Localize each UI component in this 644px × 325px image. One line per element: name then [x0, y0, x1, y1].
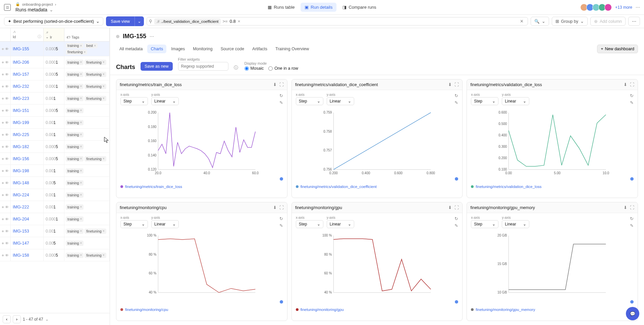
- remove-tag-icon[interactable]: ×: [80, 72, 82, 76]
- tab-monitoring[interactable]: Monitoring: [190, 45, 216, 53]
- reset-icon[interactable]: ↻: [630, 216, 634, 221]
- tag-chip[interactable]: training ×: [66, 156, 84, 161]
- tag-chip[interactable]: training ×: [66, 132, 84, 137]
- remove-tag-icon[interactable]: ×: [103, 96, 105, 100]
- edit-icon[interactable]: ✎: [454, 100, 458, 105]
- display-mode-mosaic[interactable]: Mosaic: [245, 66, 264, 71]
- range-slider-handle[interactable]: [630, 300, 634, 304]
- table-row[interactable]: ● 👁IMG-1580.0005training ×finetuning ×: [0, 249, 110, 261]
- remove-tag-icon[interactable]: ×: [80, 229, 82, 233]
- download-icon[interactable]: ⬇: [624, 82, 627, 87]
- app-logo[interactable]: ◫: [4, 4, 11, 11]
- nav-run-details[interactable]: ▣ Run details: [301, 3, 336, 12]
- tag-chip[interactable]: finetuning ×: [66, 49, 87, 55]
- eye-off-icon[interactable]: 👁: [5, 145, 9, 149]
- tag-chip[interactable]: training ×: [66, 43, 84, 48]
- remove-tag-icon[interactable]: ×: [84, 50, 86, 54]
- clear-all-filters-icon[interactable]: ✕: [518, 18, 526, 24]
- tab-training-overview[interactable]: Training Overview: [272, 45, 312, 53]
- range-slider-handle[interactable]: [630, 177, 634, 181]
- x-axis-select[interactable]: Step⌄: [471, 97, 498, 105]
- chart-plot[interactable]: 40 %60 %80 %100 %: [116, 231, 287, 306]
- tab-all-metadata[interactable]: All metadata: [116, 45, 146, 53]
- table-row[interactable]: ● 👁IMG-2060.0001training ×finetuning ×: [0, 56, 110, 68]
- collaborators[interactable]: +13 more: [583, 4, 632, 11]
- download-icon[interactable]: ⬇: [273, 205, 277, 210]
- tag-chip[interactable]: training ×: [66, 180, 84, 186]
- table-row[interactable]: ● 👁IMG-1510.0005training ×: [0, 105, 110, 117]
- save-view-button[interactable]: Save view: [106, 16, 135, 26]
- expand-icon[interactable]: ⛶: [630, 82, 634, 87]
- tag-chip[interactable]: training ×: [66, 84, 84, 89]
- tag-chip[interactable]: training ×: [66, 241, 84, 246]
- remove-tag-icon[interactable]: ×: [80, 44, 82, 48]
- table-row[interactable]: ● 👁IMG-1470.005training ×: [0, 237, 110, 249]
- eye-off-icon[interactable]: 👁: [5, 241, 9, 245]
- eye-off-icon[interactable]: 👁: [5, 60, 9, 64]
- download-icon[interactable]: ⬇: [448, 205, 452, 210]
- tag-chip[interactable]: best ×: [85, 43, 98, 48]
- prev-page-button[interactable]: ‹: [3, 315, 11, 323]
- run-link[interactable]: IMG-182: [13, 144, 29, 149]
- tag-chip[interactable]: training ×: [66, 144, 84, 149]
- expand-icon[interactable]: ⛶: [279, 82, 284, 87]
- tag-chip[interactable]: training ×: [66, 108, 84, 113]
- nav-compare-runs[interactable]: ◨ Compare runs: [338, 3, 380, 12]
- table-row[interactable]: ● 👁IMG-1820.0005training ×: [0, 141, 110, 153]
- chevron-down-icon[interactable]: ⌄: [49, 7, 53, 12]
- range-slider-handle[interactable]: [280, 300, 283, 304]
- remove-tag-icon[interactable]: ×: [103, 84, 105, 88]
- table-row[interactable]: ● 👁IMG-2230.001training ×finetuning ×: [0, 92, 110, 105]
- next-page-button[interactable]: ›: [13, 315, 21, 323]
- remove-tag-icon[interactable]: ×: [80, 133, 82, 136]
- remove-tag-icon[interactable]: ×: [103, 72, 105, 76]
- tag-chip[interactable]: finetuning ×: [85, 72, 106, 77]
- reset-icon[interactable]: ↻: [279, 93, 283, 98]
- run-link[interactable]: IMG-158: [13, 253, 29, 258]
- display-mode-row[interactable]: One in a row: [268, 66, 298, 71]
- expand-icon[interactable]: ⛶: [454, 82, 459, 87]
- run-link[interactable]: IMG-155: [13, 47, 29, 51]
- y-axis-select[interactable]: Linear⌄: [151, 220, 179, 228]
- tag-chip[interactable]: training ×: [66, 120, 84, 125]
- remove-tag-icon[interactable]: ×: [103, 157, 105, 160]
- legend-label[interactable]: finetuning/metrics/validation_dice_loss: [476, 185, 541, 189]
- edit-icon[interactable]: ✎: [454, 223, 458, 228]
- table-row[interactable]: ● 👁IMG-1980.001training ×: [0, 165, 110, 177]
- remove-tag-icon[interactable]: ×: [80, 145, 82, 148]
- y-axis-select[interactable]: Linear⌄: [327, 220, 354, 228]
- tag-chip[interactable]: finetuning ×: [85, 96, 106, 101]
- run-link[interactable]: IMG-199: [13, 120, 29, 125]
- run-link[interactable]: IMG-157: [13, 72, 29, 77]
- tab-artifacts[interactable]: Artifacts: [249, 45, 271, 53]
- run-link[interactable]: IMG-206: [13, 60, 29, 65]
- table-row[interactable]: ● 👁IMG-2220.001training ×: [0, 201, 110, 213]
- table-row[interactable]: ● 👁IMG-1560.0005training ×finetuning ×: [0, 153, 110, 165]
- charts-grid[interactable]: finetuning/metrics/train_dice_loss⬇⛶x-ax…: [110, 75, 644, 325]
- run-link[interactable]: IMG-232: [13, 84, 29, 89]
- range-slider-handle[interactable]: [455, 300, 458, 304]
- run-link[interactable]: IMG-222: [13, 205, 29, 209]
- y-axis-select[interactable]: Linear⌄: [502, 220, 529, 228]
- chart-plot[interactable]: 0.1200.1400.1600.1800.20020.040.060.0: [116, 108, 287, 183]
- eye-off-icon[interactable]: 👁: [5, 253, 9, 257]
- run-link[interactable]: IMG-204: [13, 217, 29, 221]
- edit-icon[interactable]: ✎: [279, 100, 283, 105]
- filter-expression[interactable]: ⚲ .# ../best_validation_dice_coefficient…: [147, 17, 528, 25]
- chart-plot[interactable]: 40 %60 %80 %100 %: [292, 231, 463, 306]
- breadcrumb-page[interactable]: Runs metadata: [15, 7, 47, 12]
- edit-icon[interactable]: ✎: [630, 223, 634, 228]
- nav-runs-table[interactable]: ▦ Runs table: [264, 3, 299, 12]
- th-id[interactable]: .A Id ⓘ: [11, 28, 44, 41]
- download-icon[interactable]: ⬇: [448, 82, 452, 87]
- legend-label[interactable]: finetuning/monitoring/cpu: [125, 308, 168, 312]
- remove-tag-icon[interactable]: ×: [80, 205, 82, 209]
- expand-icon[interactable]: ⛶: [454, 205, 459, 210]
- reset-icon[interactable]: ↻: [279, 216, 283, 221]
- info-icon[interactable]: ⓘ: [234, 65, 239, 71]
- x-axis-select[interactable]: Step⌄: [120, 97, 148, 105]
- filter-widgets-input[interactable]: [178, 62, 228, 71]
- download-icon[interactable]: ⬇: [624, 205, 627, 210]
- tag-chip[interactable]: training ×: [66, 253, 84, 258]
- run-link[interactable]: IMG-153: [13, 229, 29, 234]
